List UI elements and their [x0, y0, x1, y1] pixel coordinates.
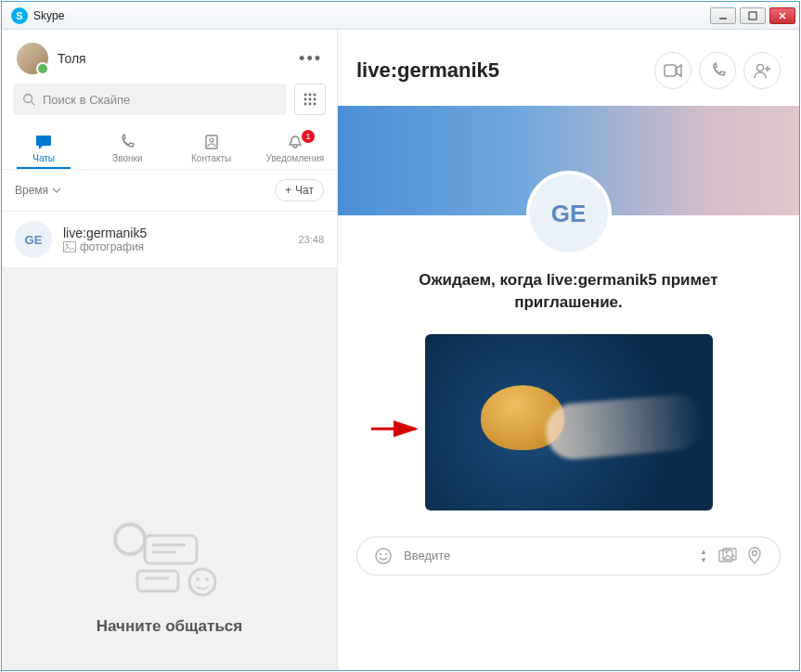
svg-point-32 [757, 65, 764, 71]
app-window: S Skype Толя ••• Поиск в Скайпе [1, 1, 800, 671]
chat-time: 23:48 [298, 234, 324, 245]
svg-point-28 [196, 577, 200, 581]
svg-point-4 [24, 95, 32, 103]
image-icon [63, 241, 76, 252]
tab-chats[interactable]: Чаты [2, 126, 85, 169]
svg-point-27 [189, 569, 215, 595]
svg-point-41 [753, 550, 757, 555]
chat-avatar: GE [15, 221, 52, 258]
skype-icon: S [11, 7, 28, 24]
profile-banner: GE [338, 106, 799, 215]
notification-badge: 1 [302, 130, 315, 143]
window-title: Skype [33, 9, 710, 22]
svg-point-9 [304, 98, 307, 101]
svg-point-14 [314, 103, 317, 106]
search-placeholder: Поиск в Скайпе [43, 93, 130, 107]
chat-preview: фотография [63, 240, 298, 253]
svg-line-5 [32, 102, 35, 106]
audio-call-button[interactable] [699, 52, 736, 89]
svg-marker-16 [39, 145, 44, 149]
gallery-icon[interactable] [718, 548, 737, 564]
maximize-button[interactable] [740, 7, 766, 24]
svg-rect-1 [749, 12, 756, 19]
emoji-icon[interactable] [374, 547, 393, 565]
tab-notifications[interactable]: 1 Уведомления [253, 126, 337, 169]
chat-icon [34, 134, 53, 150]
profile-avatar: GE [526, 171, 612, 256]
image-message[interactable] [425, 334, 713, 510]
svg-point-10 [309, 98, 312, 101]
svg-rect-22 [145, 536, 197, 563]
user-name: Толя [58, 51, 299, 66]
svg-point-8 [314, 94, 317, 97]
add-person-icon [753, 62, 771, 79]
location-icon[interactable] [746, 547, 763, 565]
dialpad-icon [303, 92, 317, 107]
more-icon[interactable]: ••• [299, 49, 322, 69]
close-button[interactable] [769, 7, 795, 24]
sidebar: Толя ••• Поиск в Скайпе Чаты [2, 30, 338, 670]
conversation-header: live:germanik5 [338, 30, 799, 106]
search-input[interactable]: Поиск в Скайпе [13, 84, 287, 115]
tab-contacts[interactable]: Контакты [170, 126, 253, 169]
nav-tabs: Чаты Звонки Контакты 1 Уведомления [2, 126, 337, 170]
add-contact-button[interactable] [743, 52, 781, 89]
new-chat-button[interactable]: + Чат [275, 179, 324, 201]
tab-calls[interactable]: Звонки [85, 126, 169, 169]
svg-point-7 [309, 94, 312, 97]
video-icon [664, 64, 682, 77]
titlebar[interactable]: S Skype [2, 2, 799, 30]
current-user-row[interactable]: Толя ••• [2, 30, 337, 84]
conversation-pane: live:germanik5 GE Ожидаем, когда live:ge… [338, 30, 799, 670]
svg-point-13 [309, 103, 312, 106]
contacts-icon [202, 134, 221, 150]
svg-rect-19 [64, 242, 76, 252]
phone-icon [118, 134, 136, 150]
svg-rect-15 [36, 136, 51, 146]
plus-icon: + [285, 184, 291, 197]
dialpad-button[interactable] [294, 84, 326, 115]
svg-rect-30 [665, 65, 676, 76]
svg-point-40 [726, 550, 728, 552]
chat-list: GE live:germanik5 фотография 23:48 [2, 212, 337, 670]
minimize-button[interactable] [710, 7, 736, 24]
svg-point-21 [115, 524, 145, 554]
phone-icon [709, 62, 726, 79]
svg-point-11 [314, 98, 317, 101]
svg-point-29 [205, 577, 209, 581]
svg-point-18 [210, 138, 213, 142]
message-composer[interactable]: Введите ▲▼ [356, 536, 781, 575]
empty-illustration-icon [110, 519, 230, 602]
chat-name: live:germanik5 [63, 226, 298, 240]
chevron-down-icon [52, 186, 61, 195]
avatar [17, 43, 48, 74]
svg-rect-25 [137, 571, 178, 591]
svg-point-12 [304, 103, 307, 106]
svg-point-6 [304, 94, 307, 97]
sort-dropdown[interactable]: Время [15, 184, 61, 197]
search-icon [22, 93, 35, 106]
svg-point-36 [380, 553, 381, 555]
invite-status-text: Ожидаем, когда live:germanik5 примет при… [338, 269, 799, 314]
empty-state: Начните общаться [2, 491, 337, 653]
svg-point-37 [385, 553, 387, 555]
svg-marker-31 [677, 65, 681, 76]
stepper-icon[interactable]: ▲▼ [700, 548, 707, 564]
svg-point-20 [66, 244, 68, 246]
composer-placeholder: Введите [404, 549, 450, 562]
chat-item[interactable]: GE live:germanik5 фотография 23:48 [2, 212, 337, 268]
video-call-button[interactable] [654, 52, 691, 89]
svg-point-35 [376, 549, 391, 563]
empty-text: Начните общаться [2, 617, 337, 636]
conversation-title: live:germanik5 [356, 58, 647, 83]
